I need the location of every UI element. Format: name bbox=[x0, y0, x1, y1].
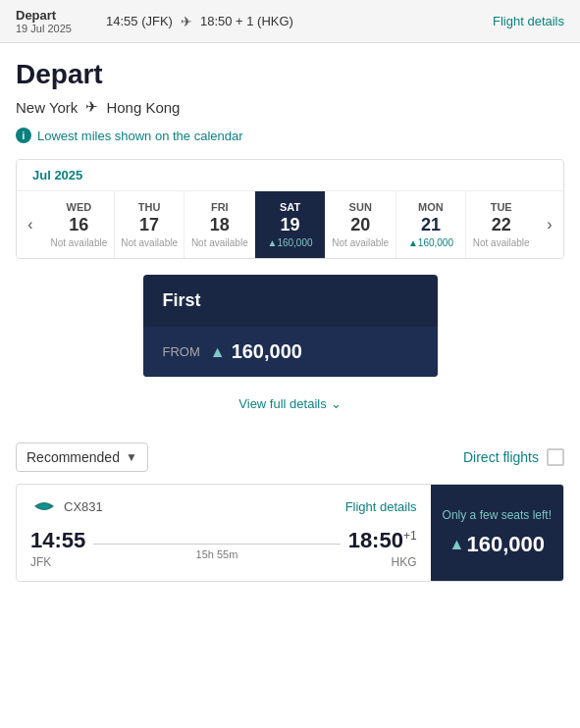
calendar-days: WED 16 Not available THU 17 Not availabl… bbox=[44, 191, 536, 258]
filter-bar: Recommended ▼ Direct flights bbox=[16, 431, 564, 484]
calendar-day-wed[interactable]: WED 16 Not available bbox=[44, 191, 114, 258]
calendar-day-mon[interactable]: MON 21 ▲160,000 bbox=[395, 191, 466, 258]
page-title: Depart bbox=[16, 43, 564, 98]
flight-duration: 15h 55m bbox=[196, 548, 238, 560]
flight-card: CX831 Flight details 14:55 JFK 15h 55m 1… bbox=[16, 484, 564, 582]
flight-line bbox=[93, 544, 340, 545]
airline-info: CX831 bbox=[30, 496, 103, 516]
view-details-label: View full details bbox=[238, 396, 326, 411]
fare-card-body: FROM ▲ 160,000 bbox=[143, 327, 438, 377]
flight-details-button[interactable]: Flight details bbox=[345, 499, 417, 514]
day-name-thu: THU bbox=[119, 201, 181, 213]
flight-number: CX831 bbox=[64, 499, 103, 514]
top-bar-times: 14:55 (JFK) ✈ 18:50 + 1 (HKG) bbox=[106, 14, 481, 29]
top-bar-date: 19 Jul 2025 bbox=[16, 23, 94, 34]
calendar-day-sat[interactable]: SAT 19 ▲160,000 bbox=[254, 191, 325, 258]
calendar-next-button[interactable]: › bbox=[536, 191, 563, 258]
calendar-day-sun[interactable]: SUN 20 Not available bbox=[325, 191, 395, 258]
direct-flights-filter: Direct flights bbox=[463, 448, 564, 466]
day-status-fri: Not available bbox=[188, 237, 250, 248]
day-status-thu: Not available bbox=[119, 237, 181, 248]
fare-miles-symbol: ▲ bbox=[210, 343, 226, 361]
top-bar-depart-info: Depart 19 Jul 2025 bbox=[16, 8, 94, 34]
calendar-grid: ‹ WED 16 Not available THU 17 Not availa… bbox=[17, 190, 563, 258]
depart-time: 14:55 bbox=[30, 528, 85, 553]
info-text: Lowest miles shown on the calendar bbox=[37, 129, 243, 143]
fare-amount: 160,000 bbox=[232, 340, 302, 363]
flight-duration-wrapper: 15h 55m bbox=[85, 544, 347, 560]
destination-city: Hong Kong bbox=[106, 99, 180, 116]
sort-dropdown[interactable]: Recommended ▼ bbox=[16, 442, 148, 472]
day-status-wed: Not available bbox=[48, 237, 110, 248]
day-name-sat: SAT bbox=[259, 201, 321, 213]
main-content: Depart New York ✈ Hong Kong i Lowest mil… bbox=[0, 43, 580, 582]
price-miles-icon: ▲ bbox=[449, 536, 465, 553]
top-bar-depart-time: 14:55 (JFK) bbox=[106, 14, 173, 28]
day-name-mon: MON bbox=[400, 201, 462, 213]
flight-card-main: CX831 Flight details 14:55 JFK 15h 55m 1… bbox=[17, 485, 431, 581]
calendar-day-fri[interactable]: FRI 18 Not available bbox=[184, 191, 254, 258]
day-num-mon: 21 bbox=[400, 215, 462, 235]
day-status-tue: Not available bbox=[470, 237, 532, 248]
origin-city: New York bbox=[16, 99, 78, 116]
dropdown-arrow-icon: ▼ bbox=[126, 450, 137, 464]
day-num-tue: 22 bbox=[470, 215, 532, 235]
info-bar: i Lowest miles shown on the calendar bbox=[16, 128, 564, 143]
flight-card-top: CX831 Flight details bbox=[30, 496, 417, 516]
top-bar: Depart 19 Jul 2025 14:55 (JFK) ✈ 18:50 +… bbox=[0, 0, 580, 43]
price-wrapper: ▲ 160,000 bbox=[449, 532, 545, 557]
direct-flights-label: Direct flights bbox=[463, 449, 539, 465]
arrive-superscript: +1 bbox=[403, 529, 417, 543]
top-bar-depart-label: Depart bbox=[16, 8, 94, 23]
day-name-sun: SUN bbox=[330, 201, 392, 213]
sort-label: Recommended bbox=[26, 449, 120, 465]
day-miles-sat: ▲160,000 bbox=[259, 237, 321, 248]
arrive-time: 18:50+1 bbox=[348, 528, 417, 553]
day-num-fri: 18 bbox=[188, 215, 250, 235]
day-num-wed: 16 bbox=[48, 215, 110, 235]
day-status-sun: Not available bbox=[330, 237, 392, 248]
flight-depart: 14:55 JFK bbox=[30, 528, 85, 569]
flight-card-price[interactable]: Only a few seats left! ▲ 160,000 bbox=[431, 485, 563, 581]
fare-from-label: FROM bbox=[163, 344, 200, 359]
depart-airport: JFK bbox=[30, 555, 85, 569]
fare-card-class-label: First bbox=[143, 275, 438, 327]
calendar-section: Jul 2025 ‹ WED 16 Not available THU 17 N… bbox=[16, 159, 564, 259]
day-num-thu: 17 bbox=[119, 215, 181, 235]
direct-flights-checkbox[interactable] bbox=[547, 448, 564, 466]
calendar-prev-button[interactable]: ‹ bbox=[17, 191, 44, 258]
seats-left-label: Only a few seats left! bbox=[443, 508, 552, 524]
calendar-month: Jul 2025 bbox=[17, 160, 563, 190]
day-name-fri: FRI bbox=[188, 201, 250, 213]
day-name-wed: WED bbox=[48, 201, 110, 213]
airline-logo-icon bbox=[30, 496, 58, 516]
day-miles-mon: ▲160,000 bbox=[400, 237, 462, 248]
calendar-day-thu[interactable]: THU 17 Not available bbox=[114, 191, 185, 258]
chevron-down-icon: ⌄ bbox=[331, 396, 342, 411]
route: New York ✈ Hong Kong bbox=[16, 98, 564, 116]
route-plane-icon: ✈ bbox=[85, 98, 98, 116]
day-num-sat: 19 bbox=[259, 215, 321, 235]
top-bar-flight-details-link[interactable]: Flight details bbox=[493, 14, 564, 28]
calendar-day-tue[interactable]: TUE 22 Not available bbox=[465, 191, 536, 258]
arrive-airport: HKG bbox=[348, 555, 417, 569]
day-num-sun: 20 bbox=[330, 215, 392, 235]
top-bar-arrive-time: 18:50 + 1 (HKG) bbox=[200, 14, 293, 28]
info-icon: i bbox=[16, 128, 31, 143]
flight-arrive: 18:50+1 HKG bbox=[348, 528, 417, 569]
view-full-details-button[interactable]: View full details ⌄ bbox=[16, 385, 564, 423]
day-name-tue: TUE bbox=[470, 201, 532, 213]
flight-times: 14:55 JFK 15h 55m 18:50+1 HKG bbox=[30, 528, 417, 569]
plane-icon: ✈ bbox=[181, 14, 192, 29]
fare-card: First FROM ▲ 160,000 bbox=[143, 275, 438, 377]
price-miles: 160,000 bbox=[466, 532, 545, 557]
